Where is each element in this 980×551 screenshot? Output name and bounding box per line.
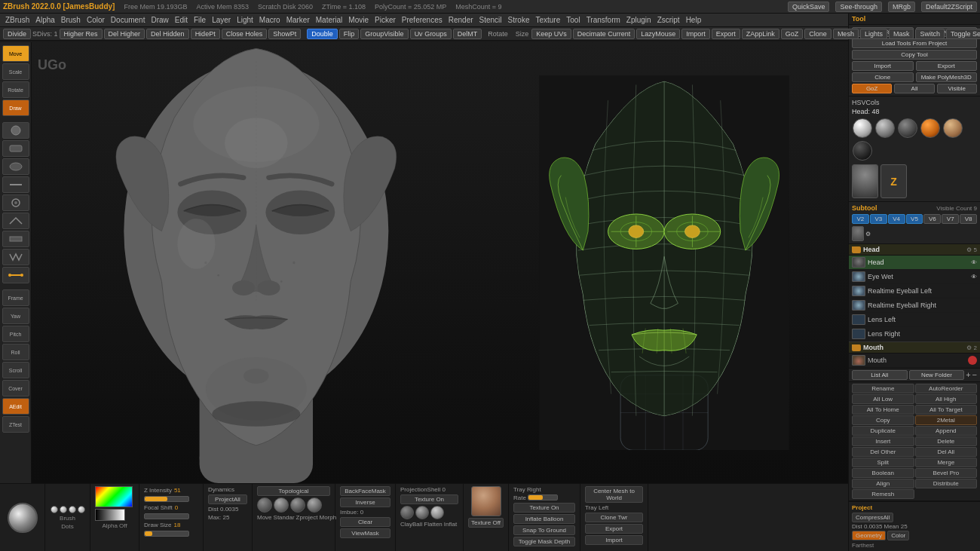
distribute-button[interactable]: Distribute xyxy=(915,479,978,488)
import-button[interactable]: Import xyxy=(852,61,914,71)
new-folder-button[interactable]: New Folder xyxy=(909,370,965,380)
pitch-button[interactable]: Pitch xyxy=(2,326,29,342)
active-material-sphere[interactable] xyxy=(8,503,38,533)
insert-button[interactable]: Insert xyxy=(852,436,914,446)
scale-tool-button[interactable]: Scale xyxy=(2,63,29,80)
import-button[interactable]: Import xyxy=(681,29,710,39)
brush-dot-4[interactable] xyxy=(78,506,85,513)
split-button[interactable]: Split xyxy=(852,458,914,467)
v5-btn[interactable]: V5 xyxy=(906,214,923,224)
export-button[interactable]: Export xyxy=(916,61,978,71)
clear-button[interactable]: Clear xyxy=(340,517,390,527)
yaw-button[interactable]: Yaw xyxy=(2,308,29,324)
project-all-button[interactable]: ProjectAll xyxy=(208,494,247,504)
focal-shift-slider[interactable] xyxy=(144,513,189,519)
decimate-current-button[interactable]: Decimate Current xyxy=(573,29,635,39)
menu-alpha[interactable]: Alpha xyxy=(33,16,57,24)
cover-button[interactable]: Cover xyxy=(2,380,29,396)
v4-btn[interactable]: V4 xyxy=(888,214,905,224)
remesh-button[interactable]: Remesh xyxy=(852,489,914,499)
move-sphere-4[interactable] xyxy=(307,497,322,513)
texture-off-button[interactable]: Texture Off xyxy=(468,518,504,528)
subtool-head-item[interactable]: Head 👁 xyxy=(849,256,980,270)
align-button[interactable]: Align xyxy=(852,479,914,488)
material-black-sphere[interactable] xyxy=(853,141,872,161)
menu-light[interactable]: Light xyxy=(234,16,256,24)
rename-button[interactable]: Rename xyxy=(852,384,914,393)
rate-slider[interactable] xyxy=(528,494,558,500)
goz-btn[interactable]: GoZ xyxy=(852,84,892,93)
menu-layer[interactable]: Layer xyxy=(210,16,233,24)
zapp-link-button[interactable]: ZAppLink xyxy=(742,29,779,39)
all-high-button[interactable]: All High xyxy=(915,394,978,404)
bevel-pro-button[interactable]: Bevel Pro xyxy=(915,468,978,478)
menu-texture[interactable]: Texture xyxy=(533,16,562,24)
menu-macro[interactable]: Macro xyxy=(257,16,283,24)
add-subtool-icon[interactable]: + xyxy=(966,370,970,380)
move-sphere-3[interactable] xyxy=(290,497,305,513)
bottom-import-button[interactable]: Import xyxy=(585,535,643,545)
head-folder[interactable]: Head ⚙ 5 xyxy=(849,244,980,256)
all-btn[interactable]: All xyxy=(894,84,934,93)
all-to-home-button[interactable]: All To Home xyxy=(852,405,914,415)
subtool-lens-left-item[interactable]: Lens Left xyxy=(849,313,980,327)
character-thumbnail[interactable] xyxy=(852,164,878,198)
del-hidden-button[interactable]: Del Hidden xyxy=(146,29,189,39)
toggle-see-through-button[interactable]: Toggle See-Through xyxy=(946,29,980,39)
clone-button[interactable]: Clone xyxy=(804,29,831,39)
group-visible-button[interactable]: GroupVisible xyxy=(360,29,408,39)
auto-reorder-button[interactable]: AutoReorder xyxy=(915,384,978,393)
clayball-sphere-3[interactable] xyxy=(430,506,444,519)
v3-btn[interactable]: V3 xyxy=(870,214,887,224)
clayball-sphere-2[interactable] xyxy=(415,506,429,519)
subtool-eyeball-left-item[interactable]: Realtime Eyeball Left xyxy=(849,284,980,298)
menu-material[interactable]: Material xyxy=(314,16,345,24)
v7-btn[interactable]: V7 xyxy=(942,214,959,224)
goz-button[interactable]: GoZ xyxy=(781,29,804,39)
move-sphere-2[interactable] xyxy=(274,497,289,513)
inflate-balloon-button[interactable]: Inflate Balloon xyxy=(513,514,575,524)
menu-draw[interactable]: Draw xyxy=(149,16,170,24)
menu-render[interactable]: Render xyxy=(446,16,476,24)
compress-all-button[interactable]: CompressAll xyxy=(852,513,893,522)
bottom-export-button[interactable]: Export xyxy=(585,524,643,534)
list-all-button[interactable]: List All xyxy=(852,370,908,380)
texture-preview-thumb[interactable] xyxy=(471,486,501,516)
material-skin-sphere[interactable] xyxy=(943,118,963,138)
clone-twr-button[interactable]: Clone Twr xyxy=(585,513,643,522)
del-mt-button[interactable]: DelMT xyxy=(453,29,482,39)
clone-button[interactable]: Clone xyxy=(852,72,914,82)
main-viewport[interactable]: UGo xyxy=(32,42,848,483)
menu-preferences[interactable]: Preferences xyxy=(400,16,445,24)
color-picker-swatch[interactable] xyxy=(95,486,133,507)
menu-picker[interactable]: Picker xyxy=(372,16,398,24)
material-dark-sphere[interactable] xyxy=(898,118,917,138)
aedit-button[interactable]: AEdit xyxy=(2,398,29,415)
boolean-button[interactable]: Boolean xyxy=(852,468,914,478)
subtool-lens-right-item[interactable]: Lens Right xyxy=(849,327,980,341)
rotate-tool-button[interactable]: Rotate xyxy=(2,81,29,98)
del-all-button[interactable]: Del All xyxy=(915,447,978,457)
lights-button[interactable]: Lights xyxy=(860,29,887,39)
copy-action-button[interactable]: Copy xyxy=(852,415,914,425)
menu-color[interactable]: Color xyxy=(84,16,107,24)
higher-res-button[interactable]: Higher Res xyxy=(60,29,103,39)
make-polymesh-button[interactable]: Make PolyMesh3D xyxy=(916,72,978,82)
close-holes-button[interactable]: Close Holes xyxy=(222,29,268,39)
subtool-mouth-item[interactable]: Mouth xyxy=(849,354,980,368)
move-tool-button[interactable]: Move xyxy=(2,45,29,62)
material-white-sphere[interactable] xyxy=(853,118,872,138)
quicksave-button[interactable]: QuickSave xyxy=(788,2,830,12)
duplicate-button[interactable]: Duplicate xyxy=(852,426,914,436)
brush-clay[interactable] xyxy=(2,140,29,157)
snap-to-ground-button[interactable]: Snap To Ground xyxy=(513,525,575,535)
menu-marker[interactable]: Marker xyxy=(284,16,312,24)
material-orange-sphere[interactable] xyxy=(920,118,940,138)
export-button[interactable]: Export xyxy=(712,29,740,39)
brush-dot-2[interactable] xyxy=(60,506,67,513)
subtool-eyewet-item[interactable]: Eye Wet 👁 xyxy=(849,270,980,284)
del-other-button[interactable]: Del Other xyxy=(852,447,914,457)
inverse-button[interactable]: Inverse xyxy=(340,497,390,507)
show-pt-button[interactable]: ShowPt xyxy=(268,29,301,39)
scroll-button[interactable]: Scroll xyxy=(2,362,29,378)
